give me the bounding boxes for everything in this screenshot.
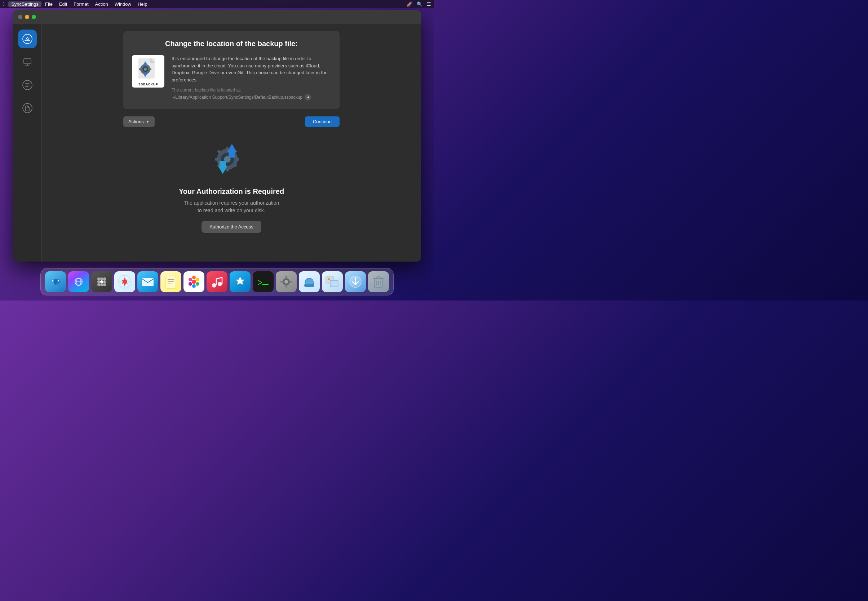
window-content: Change the location of the backup file:	[13, 24, 421, 262]
close-button[interactable]	[18, 15, 22, 19]
location-card-description: It is encouraged to change the location …	[171, 55, 331, 101]
svg-point-78	[328, 278, 330, 280]
ssbackup-icon-graphic	[136, 56, 161, 82]
svg-point-62	[188, 282, 192, 286]
sidebar-item-document[interactable]	[18, 99, 37, 117]
mymind-icon[interactable]	[299, 271, 320, 292]
svg-point-60	[196, 282, 199, 286]
svg-point-58	[192, 276, 196, 279]
menu-window[interactable]: Window	[112, 2, 134, 7]
authorize-button[interactable]: Authorize the Access	[202, 221, 261, 233]
menu-file[interactable]: File	[42, 2, 55, 7]
auth-gear-icon	[208, 141, 255, 181]
menu-help[interactable]: Help	[135, 2, 150, 7]
svg-marker-25	[228, 144, 237, 152]
svg-rect-17	[226, 147, 229, 150]
svg-rect-74	[289, 281, 292, 282]
svg-rect-28	[220, 161, 226, 168]
actions-button[interactable]: Actions ▼	[123, 116, 154, 127]
downloads-icon[interactable]	[345, 271, 366, 292]
svg-point-43	[103, 280, 106, 283]
auth-subtitle-text: The application requires your authorizat…	[184, 199, 280, 214]
finder-icon[interactable]	[45, 271, 66, 292]
location-description-text: It is encouraged to change the location …	[171, 55, 331, 83]
terminal-icon[interactable]	[253, 271, 274, 292]
card-buttons-row: Actions ▼ Continue	[123, 116, 339, 127]
menubar-search-icon[interactable]: 🔍	[417, 2, 422, 7]
svg-point-46	[103, 283, 106, 286]
svg-rect-73	[280, 281, 283, 282]
svg-rect-26	[229, 151, 235, 157]
menu-edit[interactable]: Edit	[56, 2, 70, 7]
dock-inner	[40, 268, 394, 296]
svg-point-57	[192, 280, 196, 284]
svg-rect-1	[24, 59, 31, 64]
svg-point-59	[196, 278, 199, 281]
svg-point-0	[23, 34, 32, 44]
actions-chevron-icon: ▼	[146, 120, 150, 124]
auth-subtitle-line2: to read and write on your disk.	[197, 207, 265, 213]
menu-format[interactable]: Format	[71, 2, 91, 7]
system-prefs-icon[interactable]	[276, 271, 296, 292]
auth-section: Your Authorization is Required The appli…	[171, 138, 291, 236]
svg-point-32	[54, 279, 57, 285]
sidebar-item-appstore[interactable]	[18, 29, 37, 48]
safari-icon[interactable]	[114, 271, 135, 292]
svg-rect-67	[255, 274, 271, 290]
svg-point-33	[52, 280, 53, 281]
svg-rect-20	[236, 158, 239, 160]
menubar:  SyncSettings File Edit Format Action W…	[0, 0, 434, 8]
notes-icon[interactable]	[160, 271, 181, 292]
svg-point-42	[100, 280, 103, 283]
menubar-rocket-icon[interactable]: 🚀	[406, 2, 413, 7]
file-path-text: ~/Library/Application Support/SyncSettin…	[171, 95, 303, 100]
file-location-label: The current backup file is located at:	[171, 88, 331, 93]
svg-rect-72	[286, 285, 287, 288]
window-titlebar	[13, 10, 421, 24]
svg-rect-53	[166, 276, 176, 288]
svg-rect-75	[304, 284, 314, 287]
traffic-lights	[18, 15, 36, 19]
apple-menu[interactable]: 	[3, 1, 5, 7]
sidebar-item-list[interactable]	[18, 76, 37, 95]
mail-icon[interactable]	[138, 271, 158, 292]
ssbackup-label-text: SSBACKUP	[138, 82, 158, 86]
svg-point-39	[100, 278, 103, 280]
ssbackup-file-icon: SSBACKUP	[132, 55, 164, 88]
svg-rect-71	[286, 276, 287, 279]
svg-point-41	[97, 280, 100, 283]
file-path-row: ~/Library/Application Support/SyncSettin…	[171, 94, 331, 101]
launchpad-icon[interactable]	[91, 271, 112, 292]
auth-subtitle-line1: The application requires your authorizat…	[184, 200, 280, 206]
svg-point-3	[23, 104, 32, 113]
menu-action[interactable]: Action	[92, 2, 111, 7]
location-card: Change the location of the backup file:	[123, 31, 339, 109]
trash-icon[interactable]	[368, 271, 389, 292]
svg-point-7	[144, 68, 147, 71]
svg-point-44	[97, 283, 100, 286]
sidebar	[13, 24, 42, 262]
photos-icon[interactable]	[183, 271, 205, 292]
file-path-arrow-icon[interactable]	[305, 94, 311, 101]
svg-line-66	[216, 278, 222, 279]
siri-icon[interactable]	[68, 271, 89, 292]
actions-label: Actions	[128, 119, 144, 124]
svg-point-64	[212, 283, 216, 288]
svg-rect-77	[330, 280, 338, 287]
svg-point-40	[103, 278, 106, 280]
minimize-button[interactable]	[25, 15, 29, 19]
continue-button[interactable]: Continue	[305, 116, 339, 127]
music-icon[interactable]	[206, 271, 228, 292]
location-card-body: SSBACKUP It is encouraged to change the …	[132, 55, 331, 101]
menu-syncsettings[interactable]: SyncSettings	[8, 2, 41, 7]
svg-point-45	[100, 283, 103, 286]
image-browser-icon[interactable]	[322, 271, 343, 292]
appstore-dock-icon[interactable]	[229, 271, 251, 292]
sidebar-item-monitor[interactable]	[18, 53, 37, 71]
menu-items: SyncSettings File Edit Format Action Win…	[8, 2, 150, 7]
menubar-right-items: 🚀 🔍 ☰	[406, 2, 431, 7]
menubar-controls-icon[interactable]: ☰	[427, 2, 431, 7]
svg-rect-10	[139, 69, 141, 70]
maximize-button[interactable]	[32, 15, 36, 19]
auth-title-text: Your Authorization is Required	[179, 188, 284, 196]
